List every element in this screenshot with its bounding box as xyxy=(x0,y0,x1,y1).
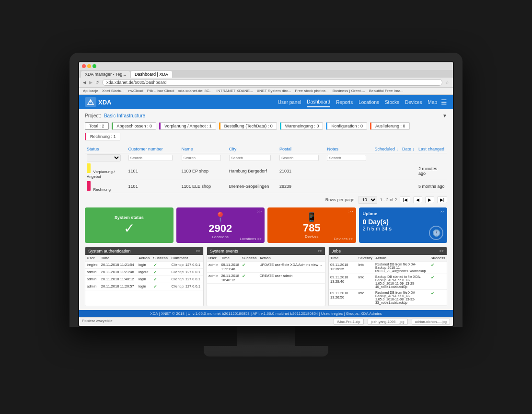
events-panel-header: System events >> xyxy=(207,247,325,255)
page-last-button[interactable]: ▶| xyxy=(437,196,447,203)
filter-konfiguration[interactable]: Konfiguration : 0 xyxy=(326,122,367,130)
bookmark-nwcloud[interactable]: nwCloud xyxy=(128,89,143,93)
list-item: admin 09.11.2018 11:21:46 ✔ UPDATE userR… xyxy=(207,261,325,272)
col-date[interactable]: Date ↓ xyxy=(400,145,416,153)
devices-link[interactable]: Devices >> xyxy=(334,237,353,241)
devices-title: Devices xyxy=(305,234,318,239)
locations-card[interactable]: >> 📍 2902 Locations Locations >> xyxy=(176,207,265,242)
project-name[interactable]: Basic Infrastructure xyxy=(104,113,145,118)
close-button[interactable] xyxy=(82,64,86,68)
reload-icon[interactable]: ↺ xyxy=(95,80,99,85)
browser-tabs: XDA manager - Teg... Dashboard | XDA xyxy=(79,70,453,78)
bookmark-xnet[interactable]: Xnet Startu... xyxy=(102,89,125,93)
devices-expand[interactable]: >> xyxy=(348,209,353,214)
back-icon[interactable]: ◀ xyxy=(83,80,86,85)
auth-time: 26.11.2018 11:21:54 xyxy=(100,261,137,268)
forward-icon[interactable]: ▶ xyxy=(89,80,93,85)
event-user: admin xyxy=(207,261,220,272)
jobs-expand[interactable]: >> xyxy=(439,249,444,253)
bookmark-intranet[interactable]: INTRANET XDANE... xyxy=(216,89,253,93)
page-first-button[interactable]: |◀ xyxy=(400,196,410,203)
filter-wareneingang[interactable]: Wareneingang : 0 xyxy=(280,122,324,130)
tab-xda-manager[interactable]: XDA manager - Teg... xyxy=(81,71,130,78)
download-imac[interactable]: iMac-Pro-1.zip xyxy=(334,319,363,325)
nav-devices[interactable]: Devices xyxy=(405,98,422,107)
nav-dashboard[interactable]: Dashboard xyxy=(307,97,330,107)
job-time: 09.11.2018 13:29:40 xyxy=(329,274,357,289)
col-scheduled[interactable]: Scheduled ↓ xyxy=(372,145,400,153)
nav-map[interactable]: Map xyxy=(428,98,437,107)
filter-rechnung[interactable]: Rechnung : 1 xyxy=(85,133,120,140)
list-item: 09.11.2018 13:26:50 Info Restored DB fro… xyxy=(329,289,447,305)
list-item: 09.11.2018 13:29:40 Info Backup DB start… xyxy=(329,274,447,289)
nav-reports[interactable]: Reports xyxy=(336,98,353,107)
filter-customer-input[interactable] xyxy=(128,155,173,161)
filter-name-input[interactable] xyxy=(182,155,221,161)
bookmark-xnet-sys[interactable]: XNET System dirc... xyxy=(257,89,291,93)
events-expand[interactable]: >> xyxy=(318,249,322,253)
page-next-button[interactable]: ▶ xyxy=(425,196,434,203)
filter-notes-input[interactable] xyxy=(327,155,366,161)
bookmark-plik[interactable]: Plik - Inur Cloud xyxy=(147,89,174,93)
filter-auslieferung[interactable]: Auslieferung : 0 xyxy=(370,122,410,130)
download-adrian[interactable]: adrian-olchon-....jpg xyxy=(412,319,450,325)
address-input[interactable]: xda.xdanet.de/5030/Dashboard xyxy=(102,79,442,86)
bookmark-beautiful[interactable]: Beautiful Free Ima... xyxy=(369,89,404,93)
uptime-expand[interactable]: >> xyxy=(440,209,444,214)
filter-city-input[interactable] xyxy=(229,155,271,161)
tab-dashboard[interactable]: Dashboard | XDA xyxy=(131,71,172,78)
per-page-select[interactable]: 10 xyxy=(359,196,377,204)
job-time: 09.11.2018 13:39:35 xyxy=(329,261,357,274)
list-item: admin 26.11.2018 10:48:12 ✔ CREATE user … xyxy=(207,272,325,283)
col-notes[interactable]: Notes xyxy=(325,145,372,153)
filter-abgeschlossen[interactable]: Abgeschlossen : 0 xyxy=(112,122,157,130)
col-name[interactable]: Name xyxy=(180,145,227,153)
clock-icon: 🕐 xyxy=(429,226,443,240)
locations-link[interactable]: Locations >> xyxy=(240,237,262,241)
auth-action: login xyxy=(137,261,152,268)
table-row[interactable]: Vorplanung / Angebot 1101 1100 EP shop H… xyxy=(85,162,447,180)
col-postal[interactable]: Postal xyxy=(278,145,325,153)
status-dot-yellow xyxy=(87,163,91,173)
devices-card[interactable]: >> 📱 785 Devices Devices >> xyxy=(267,207,356,242)
status-text: Rechnung xyxy=(93,187,111,192)
success-icon: ✔ xyxy=(153,270,157,275)
app-footer: XDA | XNET © 2018 | UI v.1.66.0-multinet… xyxy=(79,310,453,317)
minimize-button[interactable] xyxy=(87,64,91,68)
bookmark-free-stock[interactable]: Free stock photos... xyxy=(295,89,329,93)
bookmark-business[interactable]: Business | Orent.... xyxy=(333,89,365,93)
auth-action: login xyxy=(137,276,152,283)
col-customer-number[interactable]: Customer number xyxy=(127,145,180,153)
job-time: 09.11.2018 13:26:50 xyxy=(329,289,357,305)
nav-locations[interactable]: Locations xyxy=(359,98,379,107)
auth-col-comment: Comment xyxy=(170,255,203,262)
browser-chrome: XDA manager - Teg... Dashboard | XDA ◀ ▶… xyxy=(79,62,453,95)
table-row[interactable]: Rechnung 1101 1101 ELE shop Bremen-Gröpe… xyxy=(85,180,447,193)
nav-stocks[interactable]: Stocks xyxy=(385,98,399,107)
auth-expand[interactable]: >> xyxy=(196,249,200,253)
filter-total[interactable]: Total : 2 xyxy=(85,122,109,130)
project-header: Project: Basic Infrastructure ▼ xyxy=(85,113,447,118)
col-status[interactable]: Status xyxy=(85,145,127,153)
hamburger-icon[interactable]: ☰ xyxy=(441,98,447,106)
page-prev-button[interactable]: ◀ xyxy=(413,196,422,203)
download-josh[interactable]: josh-yang-1095....jpg xyxy=(368,319,408,325)
nav-user-panel[interactable]: User panel xyxy=(278,98,301,107)
locations-expand[interactable]: >> xyxy=(257,209,262,214)
bookmark-xda-xdanet[interactable]: xda.xdanet.de: 8C... xyxy=(178,89,213,93)
city-cell: Bremen-Gröpelingen xyxy=(227,180,278,193)
filter-status-select[interactable] xyxy=(87,154,121,161)
last-changed-cell: 2 minutes ago xyxy=(416,162,447,180)
filter-bestellung[interactable]: Bestellung (TechData) : 0 xyxy=(219,122,277,130)
bookmark-aplikacje[interactable]: Aplikacje xyxy=(83,89,98,93)
filter-postal-input[interactable] xyxy=(279,155,319,161)
col-last-changed[interactable]: Last changed xyxy=(416,145,447,153)
events-panel-title: System events xyxy=(210,249,238,253)
last-changed-cell: 5 months ago xyxy=(416,180,447,193)
col-city[interactable]: City xyxy=(227,145,278,153)
project-dropdown[interactable]: ▼ xyxy=(442,113,447,118)
bookmark-icon[interactable]: ☆ xyxy=(445,80,449,85)
maximize-button[interactable] xyxy=(93,64,96,68)
filter-vorplanung[interactable]: Vorplanung / Angebot : 1 xyxy=(159,122,216,130)
event-user: admin xyxy=(207,272,220,283)
